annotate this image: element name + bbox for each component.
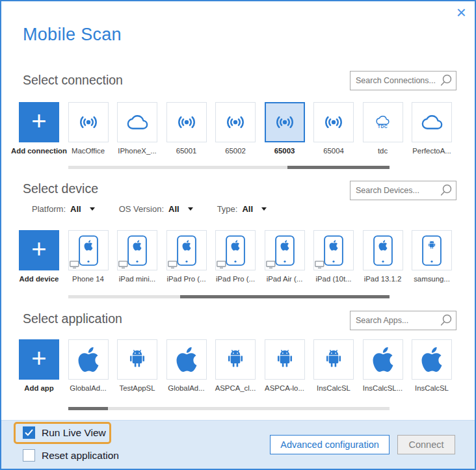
- tdc-cloud-icon: TDC: [376, 115, 390, 129]
- applications-scrollbar[interactable]: [68, 407, 390, 410]
- add-connection-tile[interactable]: +: [19, 102, 59, 142]
- wireless-icon: [77, 111, 99, 133]
- device-filters: Platform: All OS Version: All Type: All: [32, 204, 267, 214]
- run-live-view-checkbox[interactable]: [23, 426, 35, 439]
- reset-application-row[interactable]: Reset application: [23, 449, 119, 462]
- add-application-tile[interactable]: +: [19, 339, 59, 380]
- connections-search-box: [350, 71, 456, 90]
- cloud-icon: [127, 114, 148, 131]
- apple-phone-icon: [177, 235, 196, 266]
- connection-tile[interactable]: TDC: [363, 102, 403, 142]
- add-device-tile[interactable]: +: [19, 230, 59, 270]
- filter-value: All: [168, 204, 179, 214]
- filter-value: All: [242, 204, 253, 214]
- type-filter[interactable]: Type: All: [217, 204, 267, 214]
- devices-scrollbar[interactable]: [68, 295, 390, 298]
- cloud-icon: [421, 114, 443, 131]
- search-icon: [439, 183, 453, 198]
- page-title: Mobile Scan: [23, 25, 122, 45]
- connect-button[interactable]: Connect: [397, 435, 455, 454]
- android-phone-icon: [422, 235, 442, 266]
- platform-filter[interactable]: Platform: All: [32, 204, 95, 214]
- connection-tile[interactable]: [166, 102, 207, 142]
- connection-tile[interactable]: [265, 102, 305, 142]
- application-tile[interactable]: [215, 339, 256, 380]
- device-tile[interactable]: [265, 230, 305, 270]
- android-icon: [322, 348, 345, 371]
- filter-value: All: [70, 204, 81, 214]
- advanced-configuration-button[interactable]: Advanced configuration: [270, 435, 390, 454]
- application-tile[interactable]: [412, 339, 452, 380]
- application-tile[interactable]: [117, 339, 157, 380]
- reset-application-checkbox[interactable]: [23, 449, 35, 462]
- search-icon: [439, 313, 453, 328]
- monitor-icon: [266, 261, 276, 268]
- devices-heading: Select device: [23, 181, 98, 196]
- android-icon: [273, 348, 297, 371]
- monitor-icon: [315, 261, 324, 268]
- os-version-filter[interactable]: OS Version: All: [119, 204, 193, 214]
- apple-phone-icon: [324, 235, 343, 266]
- applications-row: +Add appGlobalAd...TestAppSLGlobalAd...A…: [19, 339, 452, 392]
- connection-tile[interactable]: [68, 102, 109, 142]
- chevron-down-icon: [261, 207, 267, 211]
- device-tile[interactable]: [363, 230, 403, 270]
- apple-phone-icon: [373, 235, 393, 266]
- connection-tile[interactable]: [117, 102, 157, 142]
- filter-label: OS Version:: [119, 204, 164, 214]
- device-tile[interactable]: [68, 230, 109, 270]
- tile-label: InsCalcSL: [403, 384, 460, 392]
- android-icon: [126, 348, 149, 371]
- scrollbar-thumb[interactable]: [68, 407, 108, 410]
- run-live-view-label: Run Live View: [42, 427, 106, 439]
- monitor-icon: [70, 261, 79, 268]
- connections-scrollbar[interactable]: [68, 166, 390, 169]
- devices-row: +Add devicePhone 14iPad mini...iPad Pro …: [19, 230, 452, 283]
- mobile-scan-dialog: × Mobile Scan Select connection +Add con…: [0, 0, 476, 470]
- tile-label: PerfectoA...: [403, 147, 460, 155]
- application-tile[interactable]: [68, 339, 109, 380]
- device-tile[interactable]: [215, 230, 256, 270]
- connections-row: +Add connectionMacOfficeIPhoneX_...65001…: [19, 102, 452, 155]
- apple-icon: [419, 347, 444, 372]
- plus-icon: +: [31, 108, 46, 134]
- scrollbar-thumb[interactable]: [180, 295, 390, 298]
- monitor-icon: [217, 261, 226, 268]
- device-tile[interactable]: [313, 230, 354, 270]
- connection-tile[interactable]: [313, 102, 354, 142]
- apple-phone-icon: [79, 235, 98, 266]
- connection-tile[interactable]: [215, 102, 256, 142]
- scrollbar-thumb[interactable]: [287, 166, 390, 169]
- apple-icon: [76, 347, 101, 372]
- monitor-icon: [168, 261, 178, 268]
- application-tile[interactable]: [363, 339, 403, 380]
- plus-icon: +: [31, 236, 46, 262]
- wireless-icon: [176, 111, 198, 133]
- filter-label: Platform:: [32, 204, 66, 214]
- close-icon[interactable]: ×: [456, 4, 466, 21]
- apple-phone-icon: [127, 235, 147, 266]
- wireless-icon: [323, 111, 345, 133]
- run-live-view-row[interactable]: Run Live View: [23, 426, 106, 439]
- device-tile[interactable]: [412, 230, 452, 270]
- device-tile[interactable]: [117, 230, 157, 270]
- wireless-icon: [274, 111, 296, 133]
- apple-phone-icon: [226, 235, 245, 266]
- plus-icon: +: [31, 345, 46, 371]
- wireless-icon: [224, 111, 246, 133]
- android-icon: [224, 348, 247, 371]
- apple-phone-icon: [275, 235, 295, 266]
- application-tile[interactable]: [313, 339, 354, 380]
- application-tile[interactable]: [166, 339, 207, 380]
- chevron-down-icon: [90, 207, 95, 211]
- apple-icon: [371, 347, 395, 372]
- application-tile[interactable]: [265, 339, 305, 380]
- device-tile[interactable]: [166, 230, 207, 270]
- monitor-icon: [118, 261, 128, 268]
- checkmark-icon: [25, 429, 33, 436]
- apple-icon: [174, 347, 199, 372]
- chevron-down-icon: [188, 207, 193, 211]
- connections-heading: Select connection: [23, 73, 123, 88]
- applications-search-box: [350, 311, 456, 330]
- connection-tile[interactable]: [412, 102, 452, 142]
